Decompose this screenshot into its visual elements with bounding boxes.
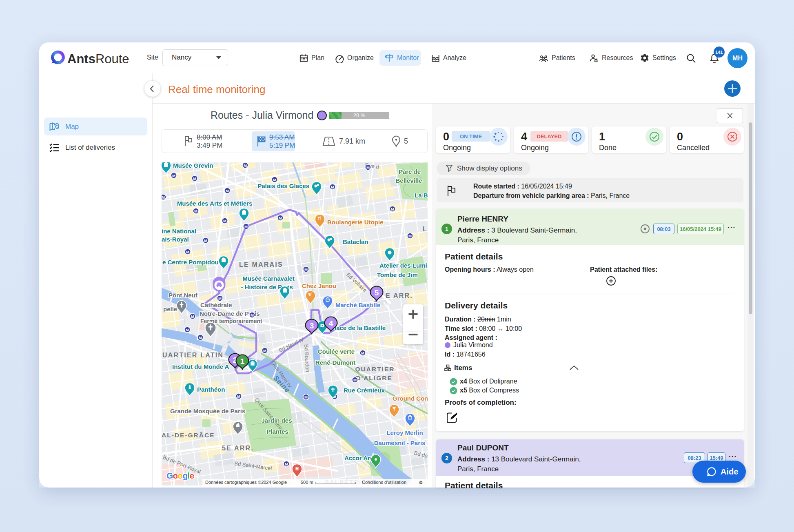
svg-text:M: M xyxy=(218,296,222,301)
svg-text:M: M xyxy=(361,351,364,355)
svg-text:M: M xyxy=(244,224,248,229)
svg-text:Ground Contro: Ground Contro xyxy=(393,395,428,402)
svg-text:Daumesnil - Paris 12: Daumesnil - Paris 12 xyxy=(374,439,428,446)
svg-text:ais-Royal: ais-Royal xyxy=(162,236,189,243)
svg-text:5: 5 xyxy=(375,288,379,297)
svg-text:M: M xyxy=(263,348,266,353)
svg-text:M: M xyxy=(237,394,240,399)
svg-text:M: M xyxy=(172,173,175,178)
svg-text:e Centre Pompidou: e Centre Pompidou xyxy=(162,259,219,266)
svg-text:M: M xyxy=(204,238,207,243)
svg-text:1: 1 xyxy=(240,357,245,366)
svg-text:M: M xyxy=(162,195,165,200)
svg-text:Institut du Monde A: Institut du Monde A xyxy=(172,363,229,370)
svg-text:Musée Carnavalet: Musée Carnavalet xyxy=(242,275,295,282)
svg-text:Données cartographiques ©2024: Données cartographiques ©2024 Google xyxy=(205,480,287,485)
svg-text:pelle: pelle xyxy=(163,306,177,313)
svg-text:G: G xyxy=(166,471,173,480)
svg-text:Musée des Arts et Métiers: Musée des Arts et Métiers xyxy=(177,200,253,207)
svg-text:Belleville: Belleville xyxy=(395,177,422,184)
svg-text:Boulangerie Utopie: Boulangerie Utopie xyxy=(327,219,384,226)
svg-text:AL-DE-GRÂCE: AL-DE-GRÂCE xyxy=(162,432,215,439)
svg-text:Pont Neuf: Pont Neuf xyxy=(169,292,198,299)
svg-text:M: M xyxy=(193,176,196,181)
svg-text:Tombe de Jim: Tombe de Jim xyxy=(377,271,418,278)
svg-text:M: M xyxy=(251,313,254,317)
svg-text:M: M xyxy=(191,314,194,319)
svg-text:Panthéon: Panthéon xyxy=(197,386,225,393)
svg-text:M: M xyxy=(279,216,282,220)
svg-text:Bataclan: Bataclan xyxy=(343,238,368,245)
svg-text:o: o xyxy=(173,471,178,480)
svg-text:M: M xyxy=(226,188,229,193)
svg-text:Musée Grevin: Musée Grevin xyxy=(173,162,213,169)
svg-text:M: M xyxy=(366,165,370,170)
svg-text:M: M xyxy=(331,185,334,189)
svg-text:Leroy Merlin: Leroy Merlin xyxy=(386,429,423,436)
svg-text:Grande Mosquée de Paris: Grande Mosquée de Paris xyxy=(170,408,245,415)
svg-text:Chez Janou: Chez Janou xyxy=(302,282,336,289)
svg-text:D'ALIGRE: D'ALIGRE xyxy=(356,375,392,381)
svg-text:3: 3 xyxy=(310,321,314,330)
svg-text:UARTIER LATIN: UARTIER LATIN xyxy=(162,352,224,359)
svg-text:Rue Crémieux: Rue Crémieux xyxy=(344,387,385,394)
svg-text:Jardin des: Jardin des xyxy=(261,417,292,424)
svg-text:LE MARAIS: LE MARAIS xyxy=(239,261,283,268)
svg-text:M: M xyxy=(391,207,394,211)
svg-text:LES: LES xyxy=(423,226,428,233)
svg-text:e: e xyxy=(190,471,195,480)
svg-text:René-Dumont: René-Dumont xyxy=(315,359,355,366)
svg-text:Conditions d'utilisation: Conditions d'utilisation xyxy=(362,480,406,485)
svg-text:M: M xyxy=(353,378,357,382)
svg-text:Cathédrale: Cathédrale xyxy=(200,301,232,308)
svg-text:QUARTIER: QUARTIER xyxy=(355,366,395,372)
svg-text:M: M xyxy=(408,234,412,238)
svg-text:La Belle: La Belle xyxy=(415,192,428,199)
svg-text:M: M xyxy=(199,335,202,340)
svg-text:500 m: 500 m xyxy=(301,480,313,485)
svg-text:M: M xyxy=(285,462,288,466)
svg-text:Marché Bastille: Marché Bastille xyxy=(335,301,380,308)
svg-text:M: M xyxy=(304,395,308,399)
svg-text:M: M xyxy=(186,250,189,254)
svg-text:Palais des Glaces: Palais des Glaces xyxy=(257,182,309,189)
svg-text:Parc de: Parc de xyxy=(399,168,421,175)
svg-text:4: 4 xyxy=(329,319,333,328)
svg-text:M: M xyxy=(244,163,247,168)
svg-text:M: M xyxy=(273,177,276,182)
svg-text:Place de la Bastille: Place de la Bastille xyxy=(330,324,386,331)
svg-text:5E ARR.: 5E ARR. xyxy=(222,445,254,452)
svg-text:M: M xyxy=(223,219,226,223)
svg-text:ine National: ine National xyxy=(162,228,196,235)
svg-text:M: M xyxy=(304,267,308,272)
svg-text:M: M xyxy=(194,209,197,213)
svg-text:E ARR.: E ARR. xyxy=(386,292,413,299)
svg-text:Coulée verte: Coulée verte xyxy=(318,348,355,355)
svg-text:⚙: ⚙ xyxy=(419,480,423,485)
svg-text:o: o xyxy=(178,471,183,480)
svg-text:Atelier des Lumi: Atelier des Lumi xyxy=(379,262,427,269)
svg-text:M: M xyxy=(186,328,189,332)
svg-text:Plantes: Plantes xyxy=(266,428,288,435)
